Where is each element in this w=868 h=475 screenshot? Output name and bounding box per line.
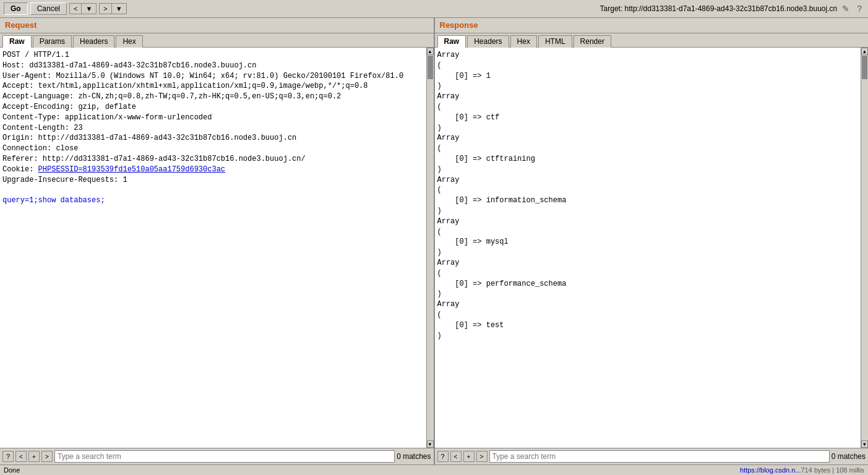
toolbar: Go Cancel < ▼ > ▼ Target: http://dd31338… <box>0 0 868 18</box>
request-content-wrapper: POST / HTTP/1.1 Host: dd313381-d7a1-4869… <box>0 48 434 448</box>
request-matches-label: 0 matches <box>397 452 431 461</box>
request-scrollbar[interactable]: ▲ ▼ <box>426 48 434 448</box>
request-panel: Request Raw Params Headers Hex POST / HT… <box>0 18 435 464</box>
response-scroll-up[interactable]: ▲ <box>861 48 868 55</box>
status-bar: Done https://blog.csdn.n... 714 bytes | … <box>0 464 868 475</box>
nav-back-button[interactable]: < <box>70 4 82 14</box>
response-tab-html[interactable]: HTML <box>538 35 572 48</box>
nav-forward-button[interactable]: > <box>100 4 111 14</box>
nav-forward-dropdown-button[interactable]: ▼ <box>112 4 126 14</box>
request-scroll-up[interactable]: ▲ <box>427 48 434 55</box>
response-panel-header: Response <box>435 18 869 33</box>
status-done: Done <box>4 466 740 474</box>
request-search-add[interactable]: + <box>28 451 40 462</box>
request-scroll-down[interactable]: ▼ <box>427 440 434 448</box>
request-search-input[interactable] <box>54 450 395 463</box>
response-scrollbar[interactable]: ▲ ▼ <box>861 48 868 448</box>
request-tab-headers[interactable]: Headers <box>73 35 114 48</box>
response-tab-headers[interactable]: Headers <box>467 35 509 48</box>
nav-back-dropdown-button[interactable]: ▼ <box>82 4 96 14</box>
edit-target-button[interactable]: ✎ <box>840 4 852 14</box>
response-matches-label: 0 matches <box>831 452 866 461</box>
go-button[interactable]: Go <box>4 2 28 15</box>
response-panel-title: Response <box>440 20 478 30</box>
request-search-bar: ? < + > 0 matches <box>0 448 434 464</box>
response-tab-hex[interactable]: Hex <box>510 35 537 48</box>
nav-forward-group: > ▼ <box>99 3 126 14</box>
request-search-help[interactable]: ? <box>2 451 14 462</box>
response-search-prev[interactable]: < <box>450 451 462 462</box>
target-url: http://dd313381-d7a1-4869-ad43-32c31b87c… <box>625 4 838 13</box>
request-tabs: Raw Params Headers Hex <box>0 33 434 48</box>
query-line: query=1;show databases; <box>2 196 105 205</box>
cancel-button[interactable]: Cancel <box>30 2 67 15</box>
response-search-bar: ? < + > 0 matches <box>435 448 869 464</box>
response-search-add[interactable]: + <box>463 451 475 462</box>
request-panel-header: Request <box>0 18 434 33</box>
status-bytes: 714 bytes | 108 millis <box>801 466 864 474</box>
response-tabs: Raw Headers Hex HTML Render <box>435 33 869 48</box>
main-content: Request Raw Params Headers Hex POST / HT… <box>0 18 868 464</box>
response-search-help[interactable]: ? <box>437 451 449 462</box>
response-scroll-thumb[interactable] <box>861 55 868 80</box>
response-tab-raw[interactable]: Raw <box>437 35 466 48</box>
request-tab-params[interactable]: Params <box>33 35 72 48</box>
response-content[interactable]: Array ( [0] => 1 ) Array ( [0] => ctf ) … <box>435 48 861 448</box>
response-tab-render[interactable]: Render <box>574 35 611 48</box>
target-label: Target: http://dd313381-d7a1-4869-ad43-3… <box>600 4 838 13</box>
request-scroll-track[interactable] <box>427 55 434 440</box>
request-tab-raw[interactable]: Raw <box>2 35 32 48</box>
request-panel-title: Request <box>5 20 37 30</box>
response-search-next[interactable]: > <box>476 451 488 462</box>
response-panel: Response Raw Headers Hex HTML Render Arr… <box>435 18 869 464</box>
help-button[interactable]: ? <box>854 4 864 14</box>
cookie-value: PHPSESSID=8193539fd1e510a05aa1759d6930c3… <box>38 165 225 174</box>
response-search-input[interactable] <box>489 450 830 463</box>
response-scroll-track[interactable] <box>861 55 868 440</box>
response-content-wrapper: Array ( [0] => 1 ) Array ( [0] => ctf ) … <box>435 48 869 448</box>
request-search-prev[interactable]: < <box>15 451 27 462</box>
request-tab-hex[interactable]: Hex <box>116 35 142 48</box>
request-content[interactable]: POST / HTTP/1.1 Host: dd313381-d7a1-4869… <box>0 48 426 448</box>
request-scroll-thumb[interactable] <box>427 55 434 80</box>
status-link[interactable]: https://blog.csdn.n... <box>740 466 801 474</box>
nav-back-group: < ▼ <box>69 3 97 14</box>
response-scroll-down[interactable]: ▼ <box>861 440 868 448</box>
request-search-next[interactable]: > <box>41 451 53 462</box>
